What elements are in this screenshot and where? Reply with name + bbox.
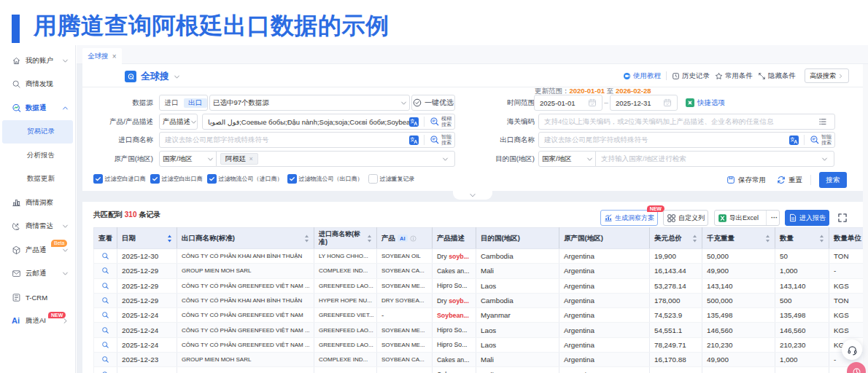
translate-icon[interactable] — [789, 136, 799, 145]
collapse-filter-tab[interactable] — [453, 191, 492, 200]
more-actions-button[interactable]: ··· — [770, 214, 779, 221]
importer-cell[interactable]: LY HONG CHHO... — [314, 249, 377, 264]
product-cell[interactable]: - — [377, 308, 433, 323]
checkbox-checked-icon[interactable] — [287, 174, 297, 184]
smart-search-icon[interactable] — [810, 135, 820, 145]
sidebar-item-trade-records[interactable]: 贸易记录 — [2, 120, 73, 144]
view-row-icon[interactable] — [98, 282, 112, 290]
generate-insight-button[interactable]: 生成洞察方案 NEW — [600, 210, 658, 226]
product-cell[interactable]: SOYBEAN ME... — [377, 337, 433, 352]
view-cell[interactable] — [94, 308, 117, 323]
info-icon[interactable] — [410, 235, 416, 242]
product-mode-select[interactable]: 产品描述 — [159, 114, 198, 130]
sidebar-item-data-update[interactable]: 数据更新 — [0, 168, 75, 192]
product-cell[interactable]: SOYBEAN OIL — [377, 249, 433, 264]
tag-close-icon[interactable]: × — [249, 155, 253, 162]
checkbox-checked-icon[interactable] — [207, 174, 217, 184]
checkbox-unchecked-icon[interactable] — [368, 174, 378, 184]
sidebar-item-tendata-ai[interactable]: Ai腾道AINEW — [0, 310, 75, 334]
view-row-icon[interactable] — [98, 311, 112, 319]
column-header-3[interactable]: 出口商名称(标准) — [177, 228, 314, 249]
filter-checkbox-2[interactable]: 过滤空白出口商 — [150, 174, 203, 184]
fuzzy-search-icon[interactable] — [430, 117, 440, 127]
view-cell[interactable] — [94, 278, 117, 293]
exporter-cell[interactable]: CÔNG TY CỔ PHẦN GREENFEED VIỆT NAM ... — [177, 337, 314, 352]
checkbox-checked-icon[interactable] — [150, 174, 160, 184]
sort-icon[interactable] — [692, 235, 697, 243]
custom-columns-button[interactable]: 自定义列 — [663, 210, 708, 226]
sort-icon[interactable] — [819, 235, 824, 243]
filter-checkbox-1[interactable]: 过滤空白进口商 — [93, 174, 146, 184]
importer-cell[interactable]: COMPLEXE IND... — [314, 264, 377, 278]
origin-country-type-select[interactable]: 国家/地区 — [159, 151, 217, 167]
importer-cell[interactable]: GREENFEED LAO... — [314, 278, 377, 293]
importer-cell[interactable]: GREENFEED LAO... — [314, 323, 377, 337]
toggle-export[interactable]: 出口 — [184, 98, 208, 108]
reset-button[interactable]: 重置 — [777, 176, 802, 185]
importer-cell[interactable]: COMPLEXE IND... — [314, 353, 377, 367]
importer-cell[interactable]: COMPLEXE IND... — [314, 367, 377, 373]
sidebar-item-my-account[interactable]: 我的账户 — [0, 49, 75, 73]
sidebar-item-cloud-mail[interactable]: 云邮通 — [0, 262, 75, 286]
exporter-cell[interactable]: CÔNG TY CỔ PHẦN GREENFEED VIỆT NAM ... — [177, 323, 314, 337]
view-cell[interactable] — [94, 353, 117, 367]
one-click-optimize-button[interactable]: 一键优选 — [411, 95, 455, 111]
view-cell[interactable] — [94, 264, 117, 278]
fullscreen-icon[interactable] — [837, 213, 848, 223]
exporter-cell[interactable]: CÔNG TY CỔ PHẦN GREENFEED VIỆT NAM ... — [177, 278, 314, 293]
product-cell[interactable]: SOYBEAN ME... — [377, 323, 433, 337]
sort-icon[interactable] — [765, 235, 770, 243]
customer-service-button[interactable] — [842, 339, 862, 360]
exporter-cell[interactable]: CÔNG TY CỔ PHẦN GREENFEED VIỆT NAM — [177, 308, 314, 323]
module-title-group[interactable]: 全球搜 — [125, 70, 180, 83]
chevron-down-icon[interactable] — [174, 74, 180, 80]
origin-country-input[interactable]: 阿根廷 × — [216, 151, 455, 167]
product-cell[interactable]: SOYBEAN ME... — [377, 278, 433, 293]
hide-conditions-link[interactable]: 隐藏条件 — [758, 71, 796, 81]
filter-checkbox-3[interactable]: 过滤物流公司（进口商） — [207, 174, 283, 184]
exporter-cell[interactable]: GROUP MIEN MOH SARL — [177, 367, 314, 373]
view-row-icon[interactable] — [98, 371, 112, 373]
exporter-cell[interactable]: CÔNG TY CỔ PHẦN KHAI ANH BÌNH THUẬN — [177, 293, 314, 307]
column-header-4[interactable]: 进口商名称(标准) — [314, 228, 377, 249]
export-excel-button[interactable]: 导出Excel ··· — [714, 210, 780, 226]
column-header-11[interactable]: 数量 — [775, 228, 829, 249]
column-header-2[interactable]: 日期 — [117, 228, 177, 249]
view-cell[interactable] — [94, 337, 117, 352]
destination-country-input[interactable]: 支持输入国家/地区进行检索 — [595, 151, 834, 167]
view-row-icon[interactable] — [98, 252, 112, 260]
hs-code-list-icon[interactable] — [818, 117, 827, 126]
view-row-icon[interactable] — [98, 341, 112, 349]
view-cell[interactable] — [94, 249, 117, 264]
history-link[interactable]: 历史记录 — [672, 71, 710, 81]
product-cell[interactable]: SOYBEAN CA... — [377, 353, 433, 367]
exporter-cell[interactable]: CÔNG TY CỔ PHẦN KHAI ANH BÌNH THUẬN — [177, 249, 314, 264]
filter-checkbox-4[interactable]: 过滤物流公司（出口商） — [287, 174, 363, 184]
sort-icon[interactable] — [367, 235, 372, 243]
view-row-icon[interactable] — [98, 356, 112, 364]
origin-country-tag[interactable]: 阿根廷 × — [220, 153, 258, 165]
saved-conditions-link[interactable]: 常用条件 — [715, 71, 753, 81]
search-button[interactable]: 搜索 — [819, 172, 847, 188]
view-row-icon[interactable] — [98, 326, 112, 334]
view-cell[interactable] — [94, 293, 117, 307]
view-row-icon[interactable] — [98, 267, 112, 275]
translate-icon[interactable] — [409, 117, 419, 127]
sidebar-item-t-crm[interactable]: T-CRM — [0, 286, 75, 310]
view-cell[interactable] — [94, 367, 117, 373]
importer-cell[interactable]: GREENFEED VIET... — [314, 308, 377, 323]
sort-icon[interactable] — [167, 235, 172, 243]
data-source-select[interactable]: 已选中97个数据源 — [209, 95, 410, 111]
importer-cell[interactable]: HYPER HOPE NU... — [314, 293, 377, 307]
translate-icon[interactable] — [409, 136, 419, 145]
column-header-10[interactable]: 千克重量 — [702, 228, 775, 249]
toggle-import[interactable]: 进口 — [160, 98, 184, 108]
checkbox-checked-icon[interactable] — [93, 174, 103, 184]
filter-checkbox-5[interactable]: 过滤重复记录 — [368, 174, 415, 184]
tab-close-icon[interactable]: × — [112, 52, 117, 60]
date-to-input[interactable]: 2025-12-31 — [610, 95, 678, 111]
product-cell[interactable]: DRY SOYBEA... — [377, 293, 433, 307]
sidebar-item-data-link[interactable]: 数据通 — [0, 96, 75, 120]
exporter-cell[interactable]: GROUP MIEN MOH SARL — [177, 353, 314, 367]
advanced-search-button[interactable]: 高级搜索 — [805, 68, 849, 83]
